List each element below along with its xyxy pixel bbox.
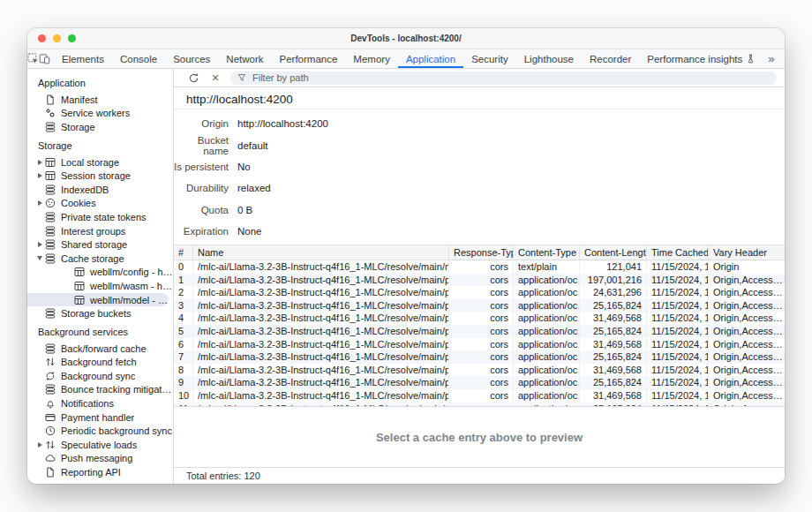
- cell-vary-header: Origin: [709, 260, 785, 274]
- sidebar-item-shared-storage[interactable]: Shared storage: [27, 237, 173, 252]
- tab-lighthouse[interactable]: Lighthouse: [516, 49, 582, 68]
- close-icon: ×: [212, 72, 219, 84]
- filter-box[interactable]: [230, 72, 777, 85]
- grid-body[interactable]: 0/mlc-ai/Llama-3.2-3B-Instruct-q4f16_1-M…: [174, 260, 785, 407]
- tab-label: Lighthouse: [524, 54, 574, 64]
- sidebar-item-webllm-wasm-http-loca[interactable]: webllm/wasm - http://loca…: [27, 279, 173, 293]
- cache-entry-row-5[interactable]: 5/mlc-ai/Llama-3.2-3B-Instruct-q4f16_1-M…: [174, 325, 785, 338]
- detail-value: http://localhost:4200: [237, 118, 328, 129]
- cache-entry-row-1[interactable]: 1/mlc-ai/Llama-3.2-3B-Instruct-q4f16_1-M…: [174, 274, 785, 287]
- document-icon: [45, 467, 56, 478]
- table-icon: [74, 281, 85, 291]
- sidebar-item-private-state-tokens[interactable]: Private state tokens: [27, 210, 173, 224]
- chevron-right-icon[interactable]: [34, 442, 45, 448]
- cell-response-type: cors: [449, 312, 514, 325]
- sidebar-item-notifications[interactable]: Notifications: [27, 396, 173, 410]
- sidebar-item-manifest[interactable]: Manifest: [27, 93, 173, 107]
- cell-vary-header: Origin,Access…: [709, 312, 785, 325]
- sidebar-item-storage[interactable]: Storage: [27, 120, 173, 134]
- service-workers-icon: [45, 108, 56, 118]
- chevron-right-icon[interactable]: [34, 173, 45, 178]
- sidebar-item-storage-buckets[interactable]: Storage buckets: [27, 306, 173, 320]
- cache-entry-row-7[interactable]: 7/mlc-ai/Llama-3.2-3B-Instruct-q4f16_1-M…: [174, 350, 785, 364]
- sidebar-item-label: webllm/config - http://loc…: [90, 267, 173, 277]
- chevron-right-icon[interactable]: [34, 242, 45, 247]
- cache-entry-row-2[interactable]: 2/mlc-ai/Llama-3.2-3B-Instruct-q4f16_1-M…: [174, 286, 785, 299]
- column-header-[interactable]: #: [174, 245, 193, 260]
- sidebar-item-background-fetch[interactable]: Background fetch: [27, 356, 173, 370]
- filter-by-path-input[interactable]: [251, 72, 770, 84]
- device-toolbar-button[interactable]: [39, 49, 50, 68]
- more-tabs-button[interactable]: »: [763, 52, 778, 65]
- chevron-down-icon[interactable]: [34, 256, 45, 260]
- detail-label: Quota: [174, 205, 229, 215]
- database-icon: [45, 184, 56, 195]
- inspect-element-button[interactable]: [27, 49, 39, 68]
- tab-security[interactable]: Security: [463, 49, 516, 68]
- refresh-button[interactable]: [186, 71, 200, 85]
- sidebar-item-session-storage[interactable]: Session storage: [27, 169, 173, 183]
- sidebar-item-periodic-background-sync[interactable]: Periodic background sync: [27, 424, 173, 438]
- tab-application[interactable]: Application: [398, 49, 463, 68]
- sidebar-item-speculative-loads[interactable]: Speculative loads: [27, 438, 173, 452]
- sidebar-item-local-storage[interactable]: Local storage: [27, 155, 173, 169]
- column-header-content-type[interactable]: Content-Type: [514, 245, 580, 260]
- sidebar-item-interest-groups[interactable]: Interest groups: [27, 224, 173, 238]
- sidebar-item-label: Bounce tracking mitigations: [61, 384, 173, 395]
- cache-entry-row-3[interactable]: 3/mlc-ai/Llama-3.2-3B-Instruct-q4f16_1-M…: [174, 299, 785, 312]
- cell-: 4: [174, 312, 193, 325]
- tab-label: Performance insights: [647, 54, 742, 64]
- issues-button[interactable]: 3: [781, 53, 785, 65]
- cache-entry-row-8[interactable]: 8/mlc-ai/Llama-3.2-3B-Instruct-q4f16_1-M…: [174, 364, 785, 377]
- column-header-vary-header[interactable]: Vary Header: [709, 245, 785, 260]
- column-header-name[interactable]: Name: [193, 245, 449, 260]
- sidebar-item-label: Service workers: [61, 108, 130, 118]
- column-header-content-length[interactable]: Content-Length: [580, 245, 647, 260]
- sidebar-item-back-forward-cache[interactable]: Back/forward cache: [27, 342, 173, 356]
- chevron-right-icon[interactable]: [34, 200, 45, 206]
- cache-entry-row-4[interactable]: 4/mlc-ai/Llama-3.2-3B-Instruct-q4f16_1-M…: [174, 312, 785, 325]
- cell-name: /mlc-ai/Llama-3.2-3B-Instruct-q4f16_1-ML…: [193, 286, 449, 299]
- cache-entry-row-10[interactable]: 10/mlc-ai/Llama-3.2-3B-Instruct-q4f16_1-…: [174, 389, 785, 403]
- cell-time-cached: 11/15/2024, 10…: [647, 260, 709, 274]
- tab-label: Elements: [62, 54, 104, 64]
- tab-console[interactable]: Console: [112, 49, 165, 68]
- cell-name: /mlc-ai/Llama-3.2-3B-Instruct-q4f16_1-ML…: [193, 325, 449, 338]
- tab-elements[interactable]: Elements: [54, 49, 112, 68]
- sidebar-item-cache-storage[interactable]: Cache storage: [27, 252, 173, 266]
- sidebar-item-background-sync[interactable]: Background sync: [27, 369, 173, 383]
- sidebar-item-label: Payment handler: [61, 412, 134, 423]
- tab-network[interactable]: Network: [218, 49, 271, 68]
- cell-response-type: cors: [449, 389, 514, 403]
- tab-performance-insights[interactable]: Performance insights: [639, 49, 763, 68]
- screenshot-background: DevTools - localhost:4200/ ElementsConso…: [0, 0, 812, 512]
- detail-value: relaxed: [237, 183, 271, 193]
- sidebar-item-webllm-model-http-loc[interactable]: webllm/model - http://loc…: [27, 293, 169, 307]
- cell-response-type: cors: [449, 364, 514, 377]
- delete-selected-button[interactable]: ×: [208, 71, 222, 85]
- chevron-right-icon[interactable]: [34, 160, 45, 165]
- sidebar-item-reporting-api[interactable]: Reporting API: [27, 465, 173, 479]
- cache-entry-row-6[interactable]: 6/mlc-ai/Llama-3.2-3B-Instruct-q4f16_1-M…: [174, 338, 785, 351]
- tab-recorder[interactable]: Recorder: [582, 49, 639, 68]
- cache-entry-row-0[interactable]: 0/mlc-ai/Llama-3.2-3B-Instruct-q4f16_1-M…: [174, 260, 785, 274]
- sidebar-item-service-workers[interactable]: Service workers: [27, 107, 173, 121]
- cell-name: /mlc-ai/Llama-3.2-3B-Instruct-q4f16_1-ML…: [193, 350, 449, 364]
- cell-name: /mlc-ai/Llama-3.2-3B-Instruct-q4f16_1-ML…: [193, 299, 449, 312]
- sidebar-item-push-messaging[interactable]: Push messaging: [27, 452, 173, 466]
- column-header-time-cached[interactable]: Time Cached: [647, 245, 709, 260]
- tab-sources[interactable]: Sources: [165, 49, 218, 68]
- cell-: 6: [174, 338, 193, 351]
- cell-time-cached: 11/15/2024, 10…: [647, 286, 709, 299]
- sidebar-item-webllm-config-http-loc[interactable]: webllm/config - http://loc…: [27, 266, 173, 280]
- sidebar-item-payment-handler[interactable]: Payment handler: [27, 410, 173, 425]
- cache-entry-row-9[interactable]: 9/mlc-ai/Llama-3.2-3B-Instruct-q4f16_1-M…: [174, 376, 785, 389]
- tab-memory[interactable]: Memory: [345, 49, 398, 68]
- sidebar-item-cookies[interactable]: Cookies: [27, 197, 173, 211]
- sidebar-item-indexeddb[interactable]: IndexedDB: [27, 183, 173, 197]
- table-icon: [74, 295, 85, 305]
- cell-: 7: [174, 350, 193, 364]
- sidebar-item-bounce-tracking-mitigations[interactable]: Bounce tracking mitigations: [27, 383, 173, 397]
- tab-performance[interactable]: Performance: [272, 49, 346, 68]
- column-header-response-type[interactable]: Response-Type: [449, 245, 514, 260]
